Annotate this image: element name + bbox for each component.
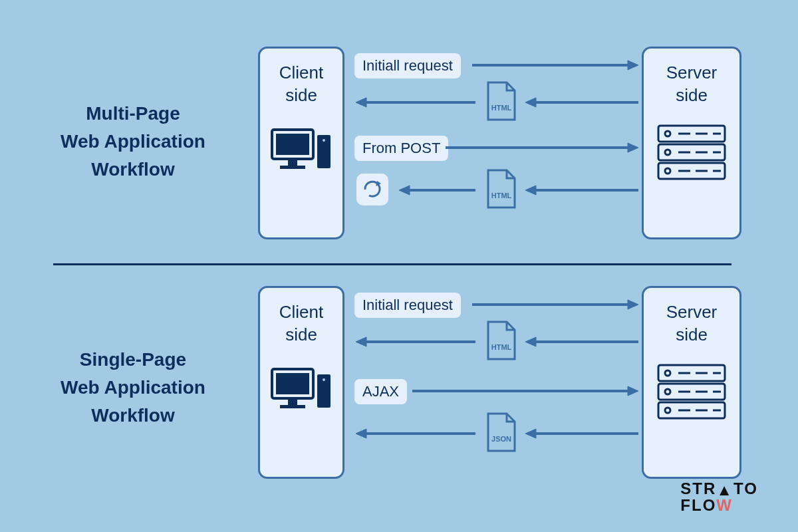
- multi-page-title: Multi-Page Web Application Workflow: [33, 100, 233, 184]
- svg-point-43: [665, 370, 670, 376]
- svg-marker-65: [628, 386, 638, 396]
- svg-marker-22: [628, 61, 638, 70]
- svg-point-48: [665, 389, 670, 394]
- html-file-icon: HTML: [484, 81, 519, 122]
- single-page-section: Single-Page Web Application Workflow Cli…: [0, 279, 798, 485]
- svg-marker-70: [525, 429, 536, 438]
- title-line: Web Application: [33, 128, 233, 156]
- svg-marker-68: [356, 429, 366, 438]
- initial-request-label: Initiall request: [354, 53, 461, 78]
- svg-marker-63: [525, 337, 536, 346]
- server-side-label: Server side: [644, 301, 739, 346]
- client-side-label: Client side: [260, 301, 342, 346]
- html-file-icon: HTML: [484, 169, 519, 210]
- single-page-title: Single-Page Web Application Workflow: [33, 346, 233, 430]
- title-line: Multi-Page: [33, 100, 233, 128]
- multi-page-section: Multi-Page Web Application Workflow Clie…: [0, 40, 798, 246]
- arrow-left-icon: [399, 184, 475, 197]
- arrow-left-icon: [525, 96, 638, 109]
- svg-rect-38: [288, 400, 297, 405]
- stratoflow-logo: STR▲TO FLOW: [680, 481, 758, 513]
- client-side-box: Client side: [258, 286, 344, 479]
- svg-point-12: [665, 150, 670, 155]
- svg-point-41: [323, 378, 325, 381]
- server-rack-icon: [644, 360, 739, 429]
- arrow-right-icon: [472, 59, 638, 72]
- arrow-left-icon: [356, 335, 475, 348]
- initial-request-label: Initiall request: [354, 293, 461, 318]
- svg-point-7: [665, 131, 670, 136]
- arrow-right-icon: [472, 298, 638, 311]
- svg-marker-35: [525, 186, 536, 195]
- svg-rect-3: [280, 166, 305, 169]
- server-side-box: Server side: [642, 47, 741, 239]
- arrow-right-icon: [412, 384, 638, 398]
- arrow-left-icon: [525, 184, 638, 197]
- arrow-left-icon: [356, 427, 475, 440]
- title-line: Workflow: [33, 156, 233, 184]
- svg-text:HTML: HTML: [491, 192, 512, 200]
- svg-text:HTML: HTML: [491, 104, 512, 112]
- client-side-box: Client side: [258, 47, 344, 239]
- from-post-label: From POST: [354, 136, 448, 161]
- svg-text:HTML: HTML: [491, 343, 512, 351]
- svg-rect-1: [276, 134, 309, 155]
- arrow-left-icon: [356, 96, 475, 109]
- arrow-right-icon: [446, 141, 638, 154]
- svg-point-5: [323, 139, 325, 142]
- html-file-icon: HTML: [484, 321, 519, 362]
- svg-marker-61: [356, 337, 366, 346]
- svg-marker-25: [356, 98, 366, 107]
- svg-text:JSON: JSON: [491, 435, 511, 443]
- svg-rect-37: [276, 373, 309, 394]
- server-rack-icon: [644, 120, 739, 190]
- computer-icon: [260, 365, 342, 421]
- svg-marker-27: [525, 98, 536, 107]
- svg-marker-29: [628, 143, 638, 152]
- client-side-label: Client side: [260, 62, 342, 107]
- svg-marker-58: [628, 300, 638, 309]
- svg-rect-2: [288, 160, 297, 166]
- divider: [53, 263, 732, 265]
- title-line: Web Application: [33, 374, 233, 402]
- reload-icon: [356, 174, 388, 205]
- title-line: Single-Page: [33, 346, 233, 374]
- ajax-label: AJAX: [354, 379, 407, 404]
- server-side-box: Server side: [642, 286, 741, 479]
- svg-rect-39: [280, 405, 305, 408]
- svg-marker-32: [399, 186, 410, 195]
- server-side-label: Server side: [644, 62, 739, 107]
- arrow-left-icon: [525, 335, 638, 348]
- json-file-icon: JSON: [484, 412, 519, 454]
- arrow-left-icon: [525, 427, 638, 440]
- title-line: Workflow: [33, 402, 233, 430]
- svg-point-17: [665, 168, 670, 174]
- svg-point-53: [665, 408, 670, 413]
- computer-icon: [260, 126, 342, 182]
